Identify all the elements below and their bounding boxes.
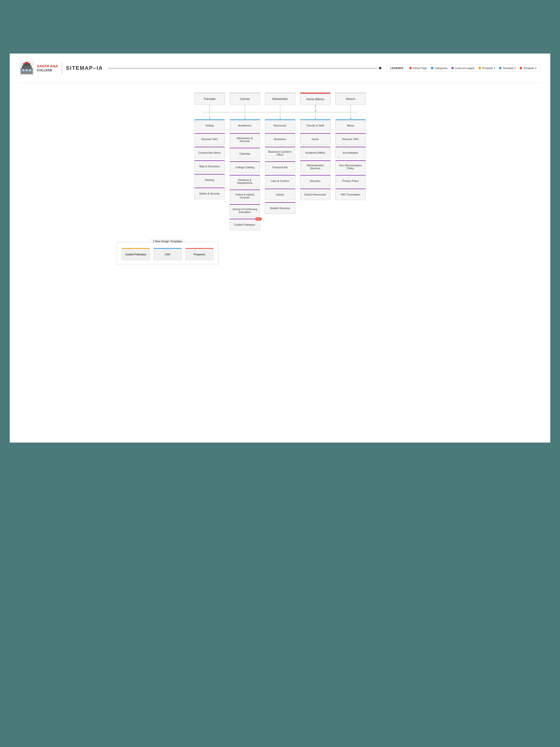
conn-home-down (315, 108, 316, 112)
node-guided-pathways-a[interactable]: New Guided Pathways (230, 218, 260, 230)
node-financial-aid[interactable]: Financial Aid (265, 161, 295, 173)
template-programs[interactable]: Programs (185, 248, 213, 260)
legend-level1: Level one pages (451, 67, 475, 70)
node-calendar[interactable]: Calendar (230, 148, 260, 159)
node-sac-foundation[interactable]: SAC Foundation (336, 188, 366, 200)
template-guided-pathways[interactable]: Guided Pathways (122, 248, 150, 260)
conn-search (350, 105, 351, 112)
conn-home-up (315, 105, 316, 108)
templates-row: Guided Pathways CAP Programs (122, 248, 213, 260)
node-privacy-policy[interactable]: Privacy Policy (336, 175, 366, 186)
template-cap[interactable]: CAP (154, 248, 182, 260)
col-visiting: Visiting Discover SAC Construction Alert… (194, 112, 225, 201)
node-parking[interactable]: Parking (194, 174, 225, 185)
col-academics: Academics Admissions & Records Calendar … (230, 112, 260, 232)
node-canvas[interactable]: Canvas (230, 93, 260, 105)
node-labs-centers[interactable]: Labs & Centers (265, 175, 295, 186)
col-translate: Translate (194, 93, 225, 112)
conn-faculty-top (315, 112, 316, 120)
templates-box: 3 New Design Templates Guided Pathways C… (117, 242, 218, 264)
col-resources: Resources Bookstore Business/ Cashier's … (265, 112, 295, 216)
node-safety-security[interactable]: Safety & Security (194, 187, 225, 199)
node-webadvidor[interactable]: Webadvidor (265, 93, 295, 105)
sitemap: Translate Canvas Webadvidor Home (Menu) (20, 93, 540, 264)
legend-template1-label: Template 1 (482, 67, 495, 70)
svg-rect-6 (26, 69, 28, 71)
legends-label: LEGENDS (390, 67, 403, 70)
node-library[interactable]: Library (265, 188, 295, 200)
col-home: Home (Menu) (300, 93, 330, 112)
node-admin-services[interactable]: Administrative Services (300, 160, 330, 173)
col-faculty-staff: Faculty & Staff Home Academic Affairs Ad… (300, 112, 330, 202)
node-nondiscrimination[interactable]: Non-Discrimination Policy (336, 160, 366, 173)
legend-level1-label: Level one pages (455, 67, 475, 70)
columns-area: Visiting Discover SAC Construction Alert… (194, 112, 366, 232)
node-district-resources[interactable]: District Resources (300, 188, 330, 200)
svg-rect-2 (22, 66, 32, 69)
node-construction-alerts[interactable]: Construction Alerts (194, 147, 225, 158)
node-map-directions[interactable]: Map & Directions (194, 160, 225, 172)
node-admissions-records[interactable]: Admissions & Records (230, 133, 260, 146)
col-search-top: Search (336, 93, 366, 112)
college-logo (20, 61, 34, 75)
col-webadvidor: Webadvidor (265, 93, 295, 112)
logo-divider (62, 62, 62, 74)
legend-homepage: Home Page (409, 67, 427, 70)
svg-rect-7 (29, 69, 31, 71)
legend-template3-label: Template 3 (523, 67, 536, 70)
node-college-catalog[interactable]: College Catalog (230, 161, 260, 173)
col-about: About Discover SAC Accreditation Non-Dis… (336, 112, 366, 202)
level1-dot (451, 67, 454, 69)
legend-categories: Categories (431, 67, 448, 70)
legend-template2-label: Template 2 (503, 67, 516, 70)
node-directory[interactable]: Directory (300, 175, 330, 186)
node-resources[interactable]: Resources (265, 120, 295, 131)
svg-rect-4 (25, 62, 29, 64)
top-row: Translate Canvas Webadvidor Home (Menu) (194, 93, 366, 112)
templates-title: 3 New Design Templates (150, 239, 185, 243)
legend-categories-label: Categories (434, 67, 448, 70)
node-discover-sac-a[interactable]: Discover SAC (336, 133, 366, 145)
new-badge: New (255, 217, 262, 221)
site-title: SITEMAP–IA (66, 65, 103, 71)
legends-box: LEGENDS Home Page Categories Level one p… (386, 65, 540, 72)
legend-template2: Template 2 (499, 67, 516, 70)
template2-dot (499, 67, 501, 69)
node-academic-affairs[interactable]: Academic Affairs (300, 147, 330, 158)
logo-santa: SANTA ANA (37, 64, 58, 68)
legend-template3: Template 3 (519, 67, 536, 70)
node-faculty-staff[interactable]: Faculty & Staff (300, 120, 330, 131)
homepage-dot (409, 67, 412, 69)
node-discover-sac-v[interactable]: Discover SAC (194, 133, 225, 145)
templates-section: 3 New Design Templates Guided Pathways C… (117, 242, 218, 264)
node-translate[interactable]: Translate (194, 93, 225, 105)
node-bookstore[interactable]: Bookstore (265, 133, 295, 145)
template3-dot (519, 67, 522, 69)
categories-dot (431, 67, 433, 69)
template1-dot (479, 67, 481, 69)
header-dot (379, 67, 381, 69)
node-divisions-departments[interactable]: Divisions & Departments (230, 175, 260, 187)
node-business-cashier[interactable]: Business/ Cashier's Office (265, 147, 295, 159)
node-home-fs[interactable]: Home (300, 133, 330, 145)
node-student-services[interactable]: Student Services (265, 202, 295, 214)
node-academics[interactable]: Academics (230, 120, 260, 131)
node-online-hybrid[interactable]: Online & Hybrid Courses (230, 189, 260, 202)
logo-college: COLLEGE (37, 68, 58, 72)
node-school-continuing[interactable]: School of Continuing Education (230, 204, 260, 217)
legend-homepage-label: Home Page (413, 67, 427, 70)
legend-template1: Template 1 (479, 67, 495, 70)
node-search-top[interactable]: Search (336, 93, 366, 105)
conn-canvas (245, 105, 245, 112)
node-accreditation[interactable]: Accreditation (336, 147, 366, 158)
logo-area: SANTA ANA COLLEGE (20, 61, 58, 75)
col-canvas: Canvas (230, 93, 260, 112)
conn-academics-top (245, 112, 245, 120)
node-visiting[interactable]: Visiting (194, 120, 225, 131)
svg-rect-5 (22, 69, 24, 71)
node-about[interactable]: About (336, 120, 366, 131)
header: SANTA ANA COLLEGE SITEMAP–IA LEGENDS Hom… (20, 61, 540, 83)
logo-text: SANTA ANA COLLEGE (37, 64, 58, 72)
conn-about-top (350, 112, 351, 120)
node-home[interactable]: Home (Menu) (300, 93, 330, 105)
